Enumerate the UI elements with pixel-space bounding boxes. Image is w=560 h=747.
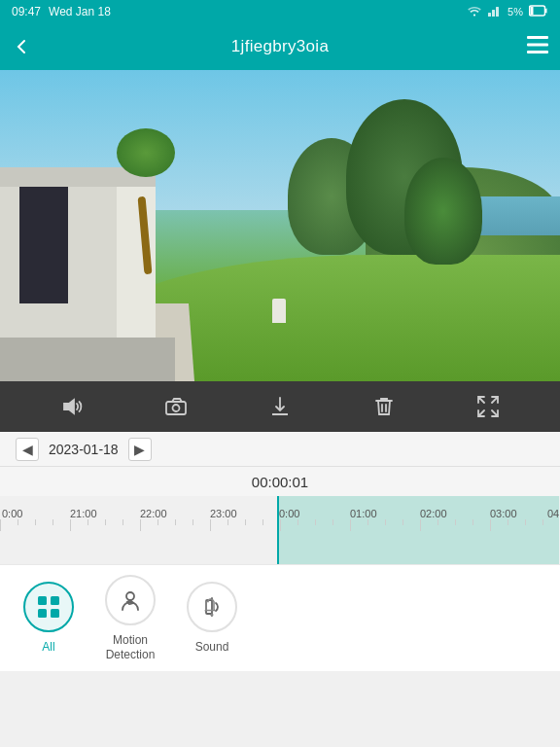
palm-top [117, 128, 175, 177]
tick-0 [0, 519, 1, 531]
date-display-status: Wed Jan 18 [49, 5, 111, 18]
tl-label-01: 01:00 [350, 508, 377, 519]
tick-3 [210, 519, 211, 531]
svg-marker-8 [64, 400, 74, 413]
timestamp-display: 00:00:01 [0, 467, 560, 496]
svg-rect-11 [38, 596, 47, 605]
date-next-button[interactable]: ▶ [128, 438, 152, 461]
filter-icon-motion [105, 575, 156, 625]
delete-button[interactable] [363, 385, 405, 428]
time-display: 09:47 [12, 5, 41, 18]
tl-label-0: 0:00 [2, 508, 22, 519]
svg-rect-1 [492, 10, 495, 17]
filter-tab-motion[interactable]: Motion Detection [101, 575, 159, 661]
svg-point-15 [126, 592, 134, 600]
tl-label-0-2: 0:00 [279, 508, 299, 519]
tl-label-22: 22:00 [140, 508, 167, 519]
filter-label-motion: Motion Detection [106, 633, 156, 661]
filter-label-all: All [42, 640, 54, 654]
header-title: 1jfiegbry3oia [231, 37, 329, 56]
filter-label-sound: Sound [195, 640, 229, 654]
tick-4 [280, 519, 281, 531]
filter-tab-sound[interactable]: Sound [183, 582, 241, 654]
menu-button[interactable] [527, 36, 548, 58]
svg-rect-14 [51, 609, 59, 618]
status-bar: 09:47 Wed Jan 18 5% [0, 0, 560, 23]
filter-icon-sound [187, 582, 237, 632]
tree-group [288, 99, 482, 294]
svg-point-10 [172, 405, 179, 411]
download-button[interactable] [259, 385, 301, 428]
tl-label-23: 23:00 [210, 508, 237, 519]
date-prev-button[interactable]: ◀ [16, 438, 39, 461]
filter-tabs: All Motion Detection Sound [0, 564, 560, 671]
back-button[interactable] [12, 37, 31, 56]
fullscreen-button[interactable] [467, 385, 509, 428]
svg-rect-2 [496, 7, 499, 17]
timeline-container: 00:00:01 0:00 21:00 22:00 23:00 0:00 01:… [0, 467, 560, 564]
palm-trunk [138, 196, 153, 274]
tl-label-03: 03:00 [490, 508, 517, 519]
wifi-icon [467, 5, 482, 19]
svg-point-16 [211, 614, 214, 617]
tl-label-04: 04 [547, 508, 559, 519]
timeline-cursor [277, 496, 279, 564]
signal-icon [488, 5, 502, 19]
timeline[interactable]: 0:00 21:00 22:00 23:00 0:00 01:00 02:00 … [0, 496, 560, 564]
battery-icon [529, 5, 548, 19]
camera-button[interactable] [155, 385, 197, 428]
toolbar [0, 381, 560, 432]
patio [0, 338, 175, 381]
svg-rect-13 [38, 609, 47, 618]
svg-rect-6 [527, 43, 548, 46]
palm-area [97, 128, 194, 274]
tick-7 [490, 519, 491, 531]
svg-rect-0 [488, 13, 491, 17]
svg-rect-4 [531, 7, 534, 15]
tl-label-21: 21:00 [70, 508, 97, 519]
status-right: 5% [467, 5, 548, 19]
date-navigation: ◀ 2023-01-18 ▶ [0, 432, 560, 467]
camera-view [0, 70, 560, 381]
tl-label-02: 02:00 [420, 508, 447, 519]
volume-button[interactable] [51, 385, 93, 428]
filter-icon-all [23, 582, 74, 632]
svg-rect-12 [51, 596, 59, 605]
svg-rect-7 [527, 51, 548, 53]
tick-2 [140, 519, 141, 531]
status-left: 09:47 Wed Jan 18 [12, 5, 111, 18]
tick-5 [350, 519, 351, 531]
tick-1 [70, 519, 71, 531]
tree-right [404, 158, 482, 265]
battery-display: 5% [508, 6, 523, 18]
svg-rect-9 [166, 402, 186, 414]
timeline-ticks [0, 519, 560, 564]
svg-rect-5 [527, 36, 548, 39]
date-label: 2023-01-18 [49, 442, 119, 457]
filter-tab-all[interactable]: All [19, 582, 78, 654]
timestamp-value: 00:00:01 [252, 474, 308, 490]
header: 1jfiegbry3oia [0, 23, 560, 70]
window [19, 187, 68, 303]
tick-6 [420, 519, 421, 531]
statue [272, 299, 286, 323]
